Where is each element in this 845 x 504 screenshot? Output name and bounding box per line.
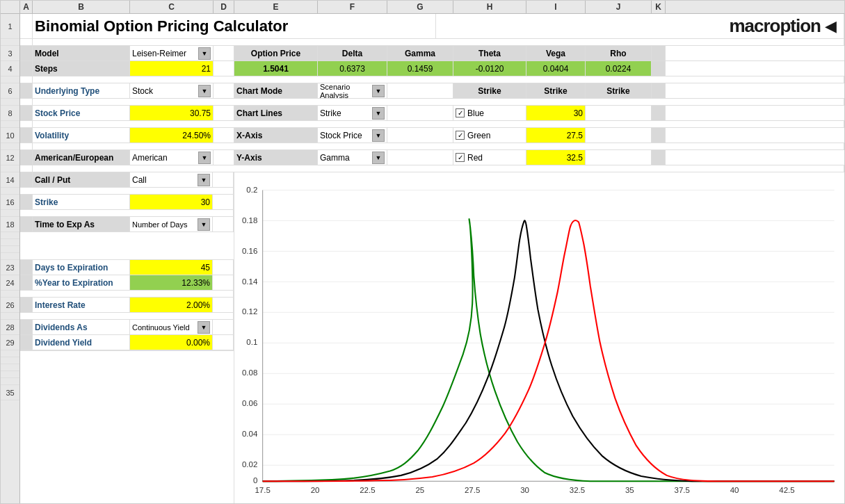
blue-strike-value[interactable]: 30 [526, 106, 586, 120]
strike-header-2: Strike [526, 83, 586, 98]
call-put-dropdown[interactable]: ▼ [198, 174, 210, 186]
cell-A18 [20, 217, 33, 231]
red-checkbox[interactable]: ✓ [456, 153, 465, 162]
dividends-as-cell[interactable]: Continuous Yield ▼ [130, 320, 213, 334]
chart-mode-label: Chart Mode [234, 83, 318, 98]
param-panel: Call / Put Call ▼ [20, 172, 234, 503]
chart-lines-dropdown-icon[interactable]: ▼ [372, 107, 385, 120]
row-num-17 [1, 210, 19, 217]
american-european-dropdown[interactable]: ▼ [198, 152, 211, 164]
col-header-F: F [318, 1, 387, 13]
cell-G8 [387, 106, 453, 120]
green-strike-value[interactable]: 27.5 [526, 128, 586, 143]
row-14: Call / Put Call ▼ [20, 172, 234, 188]
cell-rest-9 [33, 121, 844, 127]
cell-D4 [214, 61, 234, 76]
chart-mode-value-cell[interactable]: Scenario Analysis ▼ [318, 83, 387, 98]
blue-checkbox[interactable]: ✓ [456, 108, 465, 117]
chart-mode-dropdown[interactable]: ▼ [372, 85, 385, 97]
underlying-type-dropdown[interactable]: ▼ [198, 85, 211, 97]
row-num-9 [1, 121, 19, 128]
row-num-10: 10 [1, 128, 19, 143]
strike-value[interactable]: 30 [130, 195, 213, 209]
cell-B2 [33, 39, 844, 45]
underlying-dropdown-icon[interactable]: ▼ [198, 85, 211, 97]
stock-price-value[interactable]: 30.75 [130, 106, 214, 120]
y-label-0: 0 [253, 476, 257, 485]
y-label-0.16: 0.16 [242, 247, 257, 255]
row-18: Time to Exp As Number of Days ▼ [20, 217, 234, 232]
row-num-27 [1, 313, 19, 320]
yaxis-dropdown-icon[interactable]: ▼ [372, 152, 385, 164]
cell-rest-13 [33, 165, 844, 172]
results-option-price: 1.5041 [234, 61, 318, 76]
dividends-as-dropdown[interactable]: ▼ [198, 321, 210, 334]
time-to-exp-cell[interactable]: Number of Days ▼ [130, 217, 213, 231]
yaxis-dropdown[interactable]: ▼ [372, 152, 385, 164]
row-15 [20, 188, 234, 195]
cell-D8 [214, 106, 234, 120]
chart-lines-value-cell[interactable]: Strike ▼ [318, 106, 387, 120]
cell-A14 [20, 172, 33, 187]
red-strike-value[interactable]: 32.5 [526, 150, 586, 165]
red-checkbox-cell[interactable]: ✓ Red [453, 150, 526, 165]
dividends-as-value: Continuous Yield [132, 323, 190, 332]
xaxis-value-cell[interactable]: Stock Price ▼ [318, 128, 387, 143]
cell-D3 [214, 46, 234, 60]
model-dropdown-icon[interactable]: ▼ [198, 47, 211, 60]
model-value-cell[interactable]: Leisen-Reimer ▼ [130, 46, 214, 60]
blue-label: Blue [467, 108, 484, 118]
underlying-type-cell[interactable]: Stock ▼ [130, 83, 214, 98]
chart-panel: 0.2 0.18 0.16 0.14 0.12 0.1 0.08 0.06 0.… [234, 172, 844, 503]
xaxis-dropdown-icon[interactable]: ▼ [372, 129, 385, 142]
chart-lines-dropdown[interactable]: ▼ [372, 107, 385, 120]
blue-checkbox-cell[interactable]: ✓ Blue [453, 106, 526, 120]
row-7 [20, 99, 844, 106]
volatility-value[interactable]: 24.50% [130, 128, 214, 143]
results-rho: 0.0224 [586, 61, 652, 76]
time-to-exp-dropdown[interactable]: ▼ [198, 218, 210, 231]
dividends-dropdown-icon[interactable]: ▼ [198, 321, 210, 334]
row-11 [20, 143, 844, 150]
yaxis-value-cell[interactable]: Gamma ▼ [318, 150, 387, 165]
cell-K8 [652, 106, 666, 120]
cell-A2 [20, 39, 33, 45]
call-put-dropdown-icon[interactable]: ▼ [198, 174, 210, 186]
days-to-exp-label: Days to Expiration [33, 260, 130, 275]
y-label-0.08: 0.08 [242, 368, 257, 377]
chart-mode-dropdown-icon[interactable]: ▼ [372, 85, 385, 97]
cell-D12 [214, 150, 234, 165]
interest-rate-value[interactable]: 2.00% [130, 298, 213, 312]
cell-rest-25 [20, 291, 234, 297]
model-label: Model [33, 46, 130, 60]
days-to-exp-value[interactable]: 45 [130, 260, 213, 275]
row-num-15 [1, 188, 19, 195]
col-header-D: D [214, 1, 234, 13]
american-dropdown-icon[interactable]: ▼ [198, 152, 211, 164]
cell-K10 [652, 128, 666, 143]
dividend-yield-value[interactable]: 0.00% [130, 335, 213, 350]
logo-icon: ◀ [825, 17, 837, 35]
col-header-G: G [387, 1, 453, 13]
black-curve [263, 220, 835, 481]
xaxis-dropdown[interactable]: ▼ [372, 129, 385, 142]
row-num-6: 6 [1, 83, 19, 99]
cell-rest-5 [33, 76, 844, 83]
row-17 [20, 210, 234, 217]
green-checkbox[interactable]: ✓ [456, 131, 465, 140]
call-put-cell[interactable]: Call ▼ [130, 172, 213, 187]
steps-value[interactable]: 21 [130, 61, 214, 76]
col-header-A: A [20, 1, 33, 13]
strike-header: Strike [453, 83, 526, 98]
cell-A7 [20, 99, 33, 105]
model-dropdown-arrow[interactable]: ▼ [198, 47, 211, 60]
cell-J10 [586, 128, 652, 143]
svg-text:27.5: 27.5 [465, 486, 480, 494]
strike-header-3: Strike [586, 83, 652, 98]
cell-A6 [20, 83, 33, 98]
american-european-cell[interactable]: American ▼ [130, 150, 214, 165]
cell-A8 [20, 106, 33, 120]
time-to-exp-dropdown-icon[interactable]: ▼ [198, 218, 210, 231]
cell-G6 [387, 83, 453, 98]
green-checkbox-cell[interactable]: ✓ Green [453, 128, 526, 143]
